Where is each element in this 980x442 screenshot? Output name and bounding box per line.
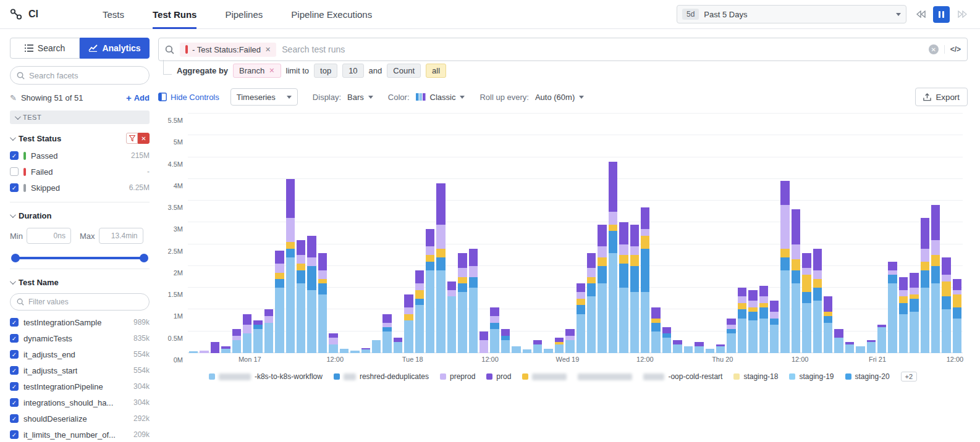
duration-facet-title[interactable]: Duration <box>19 211 51 220</box>
clear-filter-button[interactable]: ✕ <box>138 133 150 144</box>
legend-item[interactable]: staging-20 <box>845 372 890 381</box>
test-name-facet-title[interactable]: Test Name <box>19 278 59 287</box>
hide-controls-button[interactable]: Hide Controls <box>158 93 219 102</box>
facet-search-input[interactable] <box>29 71 143 80</box>
stacked-bar[interactable] <box>415 114 424 353</box>
checkbox[interactable]: ✓ <box>10 414 19 423</box>
legend-item[interactable]: staging-18 <box>733 372 778 381</box>
stacked-bar[interactable] <box>695 114 703 353</box>
stacked-bar[interactable] <box>211 114 219 353</box>
stacked-bar[interactable] <box>286 114 295 353</box>
stacked-bar[interactable] <box>953 114 961 353</box>
limit-type-select[interactable]: top <box>314 64 337 78</box>
facet-value-label[interactable]: dynamicTests <box>23 334 72 343</box>
stacked-bar[interactable] <box>641 114 649 353</box>
checkbox[interactable]: ✓ <box>10 334 19 343</box>
stacked-bar[interactable] <box>544 114 552 353</box>
stacked-bar[interactable] <box>512 114 520 353</box>
checkbox[interactable]: ✓ <box>10 366 19 375</box>
stacked-bar[interactable] <box>651 114 660 353</box>
checkbox[interactable] <box>10 167 19 176</box>
checkbox[interactable]: ✓ <box>10 398 19 407</box>
legend-item[interactable]: prod <box>486 372 511 381</box>
stacked-bar[interactable] <box>318 114 327 353</box>
stacked-bar[interactable] <box>436 114 445 353</box>
stacked-bar[interactable] <box>533 114 542 353</box>
search-mode-button[interactable]: Search <box>10 38 80 59</box>
export-button[interactable]: Export <box>915 88 968 106</box>
checkbox[interactable]: ✓ <box>10 430 19 439</box>
stacked-bar[interactable] <box>716 114 725 353</box>
checkbox[interactable]: ✓ <box>10 382 19 391</box>
stacked-bar[interactable] <box>931 114 940 353</box>
stacked-bar[interactable] <box>458 114 467 353</box>
stacked-bar[interactable] <box>221 114 230 353</box>
measure-select[interactable]: Count <box>387 64 421 78</box>
code-view-button[interactable]: </> <box>944 45 961 54</box>
facet-value-label[interactable]: it_limits_the_number_of... <box>23 430 116 440</box>
rewind-button[interactable] <box>913 6 929 23</box>
stacked-bar[interactable] <box>382 114 391 353</box>
stacked-bar[interactable] <box>759 114 768 353</box>
remove-aggregate-icon[interactable]: ✕ <box>269 67 274 75</box>
facet-value-label[interactable]: testIntegrationSample <box>23 318 101 327</box>
stacked-bar[interactable] <box>609 114 617 353</box>
stacked-bar[interactable] <box>942 114 950 353</box>
checkbox[interactable]: ✓ <box>10 151 19 160</box>
stacked-bar[interactable] <box>479 114 488 353</box>
stacked-bar[interactable] <box>200 114 208 353</box>
stacked-bar[interactable] <box>307 114 316 353</box>
legend-item[interactable]: staging-19 <box>789 372 834 381</box>
stacked-bar[interactable] <box>867 114 876 353</box>
stacked-bar[interactable] <box>426 114 434 353</box>
stacked-bar[interactable] <box>469 114 478 353</box>
view-type-select[interactable]: Timeseries <box>230 88 298 106</box>
stacked-bar[interactable] <box>394 114 402 353</box>
stacked-bar[interactable] <box>565 114 574 353</box>
duration-min-input[interactable] <box>27 228 71 244</box>
tab-pipeline-executions[interactable]: Pipeline Executions <box>291 0 372 29</box>
legend-item[interactable]: -oop-cold-restart <box>643 372 722 381</box>
limit-value-select[interactable]: 10 <box>342 64 363 78</box>
stacked-bar[interactable] <box>253 114 262 353</box>
legend-item[interactable]: preprod <box>440 372 475 381</box>
stacked-bar[interactable] <box>673 114 682 353</box>
slider-track[interactable] <box>12 257 147 259</box>
stacked-bar[interactable] <box>899 114 908 353</box>
aggregate-branch-chip[interactable]: Branch ✕ <box>233 64 281 78</box>
stacked-bar[interactable] <box>748 114 757 353</box>
stacked-bar[interactable] <box>706 114 714 353</box>
legend-item[interactable] <box>578 373 632 380</box>
rollup-select[interactable]: Auto (60m) <box>535 93 584 102</box>
checkbox[interactable]: ✓ <box>10 318 19 327</box>
stacked-bar[interactable] <box>297 114 305 353</box>
stacked-bar[interactable] <box>329 114 337 353</box>
facet-value-label[interactable]: testIntegrationPipeline <box>23 382 103 391</box>
facet-value-label[interactable]: shouldDeserialize <box>23 414 87 423</box>
facet-value-label[interactable]: integrations_should_ha... <box>23 398 113 407</box>
legend-item[interactable]: -k8s-to-k8s-workflow <box>209 372 323 381</box>
stacked-bar[interactable] <box>350 114 359 353</box>
stacked-bar[interactable] <box>447 114 456 353</box>
add-facet-button[interactable]: + Add <box>126 93 150 103</box>
measure-value-select[interactable]: all <box>426 64 446 78</box>
stacked-bar[interactable] <box>361 114 370 353</box>
stacked-bar[interactable] <box>555 114 564 353</box>
fast-forward-button[interactable] <box>953 6 970 23</box>
tab-tests[interactable]: Tests <box>103 0 124 29</box>
stacked-bar[interactable] <box>802 114 811 353</box>
query-chip-test-status-failed[interactable]: - Test Status:Failed ✕ <box>180 43 276 57</box>
color-select[interactable]: Classic <box>416 93 465 102</box>
tab-pipelines[interactable]: Pipelines <box>225 0 263 29</box>
stacked-bar[interactable] <box>523 114 531 353</box>
facet-value-label[interactable]: Failed <box>31 167 53 177</box>
stacked-bar[interactable] <box>243 114 251 353</box>
stacked-bar[interactable] <box>834 114 843 353</box>
stacked-bar[interactable] <box>264 114 273 353</box>
pause-button[interactable] <box>933 6 950 23</box>
display-select[interactable]: Bars <box>347 93 373 102</box>
search-runs-input[interactable] <box>282 44 923 54</box>
filter-applied-button[interactable] <box>126 133 138 144</box>
stacked-bar[interactable] <box>662 114 671 353</box>
stacked-bar[interactable] <box>619 114 628 353</box>
